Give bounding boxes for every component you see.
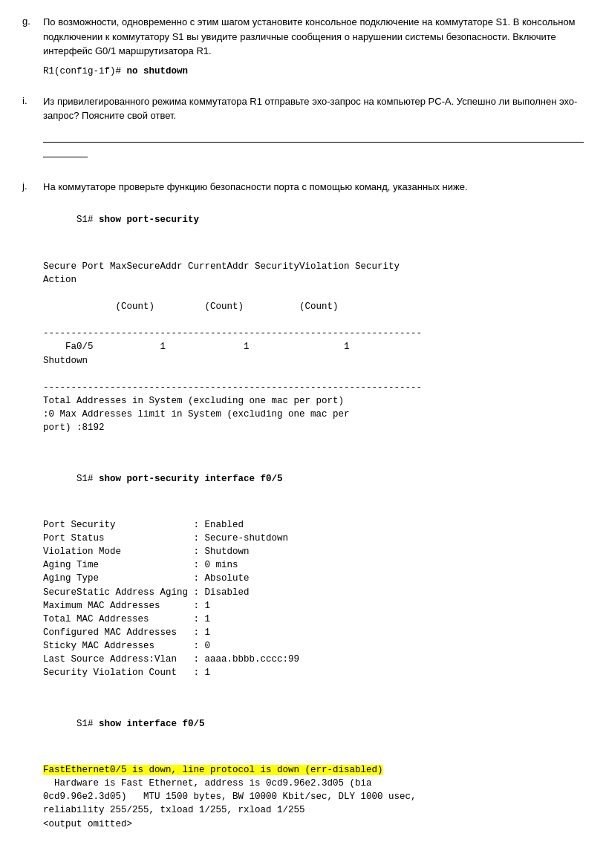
answer-area	[43, 129, 584, 157]
section-g-text: По возможности, одновременно с этим шаго…	[43, 15, 584, 59]
cmd3-command: show interface f0/5	[99, 719, 205, 729]
section-i-content: Из привилегированного режима коммутатора…	[43, 94, 584, 169]
psi-row-10: Sticky MAC Addresses : 0	[43, 641, 210, 651]
section-i: i. Из привилегированного режима коммутат…	[22, 94, 584, 169]
answer-line-1	[43, 129, 584, 143]
code-prompt: R1(config-if)#	[43, 66, 127, 76]
section-i-text: Из привилегированного режима коммутатора…	[43, 94, 584, 123]
cmd2-line: S1# show port-security interface f0/5	[43, 458, 584, 498]
table1-footer: Total Addresses in System (excluding one…	[43, 396, 350, 433]
table1-subheader: (Count) (Count) (Count)	[43, 301, 339, 312]
psi-row-5: Aging Type : Absolute	[43, 573, 250, 584]
psi-row-2: Port Status : Secure-shutdown	[43, 533, 288, 544]
section-i-letter: i.	[22, 94, 43, 169]
cmd1-command: show port-security	[99, 215, 199, 225]
section-g-content: По возможности, одновременно с этим шаго…	[43, 15, 584, 84]
code-command: no shutdown	[127, 66, 189, 76]
interface-output: FastEthernet0/5 is down, line protocol i…	[43, 750, 584, 844]
table1-divider2: ----------------------------------------…	[43, 382, 422, 393]
table1-row1: Fa0/5 1 1 1 Shutdown	[43, 342, 350, 365]
answer-line-2	[43, 144, 88, 157]
cmd2-command: show port-security interface f0/5	[99, 474, 283, 484]
cmd1-line: S1# show port-security	[43, 200, 584, 240]
psi-row-11: Last Source Address:Vlan : aaaa.bbbb.ccc…	[43, 654, 299, 665]
psi-row-1: Port Security : Enabled	[43, 520, 244, 530]
section-g-letter: g.	[22, 15, 43, 84]
cmd1-prompt: S1#	[76, 215, 99, 225]
psi-row-8: Total MAC Addresses : 1	[43, 614, 210, 624]
cmd3-prompt: S1#	[76, 719, 99, 729]
section-j: j. На коммутаторе проверьте функцию безо…	[22, 180, 584, 868]
port-security-table: Secure Port MaxSecureAddr CurrentAddr Se…	[43, 247, 584, 448]
port-security-interface-table: Port Security : Enabled Port Status : Se…	[43, 505, 584, 694]
section-j-text: На коммутаторе проверьте функцию безопас…	[43, 180, 584, 195]
cmd4-line: S1# show port-security address	[43, 855, 584, 868]
interface-details: Hardware is Fast Ethernet, address is 0c…	[43, 778, 417, 829]
psi-row-9: Configured MAC Addresses : 1	[43, 627, 210, 638]
cmd3-line: S1# show interface f0/5	[43, 704, 584, 744]
table1-divider1: ----------------------------------------…	[43, 328, 422, 339]
section-j-content: На коммутаторе проверьте функцию безопас…	[43, 180, 584, 868]
psi-row-4: Aging Time : 0 mins	[43, 560, 238, 570]
section-j-letter: j.	[22, 180, 43, 868]
section-g: g. По возможности, одновременно с этим ш…	[22, 15, 584, 84]
section-g-code: R1(config-if)# no shutdown	[43, 65, 584, 78]
cmd2-prompt: S1#	[76, 474, 99, 484]
psi-row-6: SecureStatic Address Aging : Disabled	[43, 587, 250, 598]
psi-row-12: Security Violation Count : 1	[43, 668, 210, 678]
table1-header: Secure Port MaxSecureAddr CurrentAddr Se…	[43, 261, 400, 285]
interface-highlight-line: FastEthernet0/5 is down, line protocol i…	[43, 765, 383, 775]
psi-row-7: Maximum MAC Addresses : 1	[43, 601, 210, 611]
psi-row-3: Violation Mode : Shutdown	[43, 546, 250, 557]
